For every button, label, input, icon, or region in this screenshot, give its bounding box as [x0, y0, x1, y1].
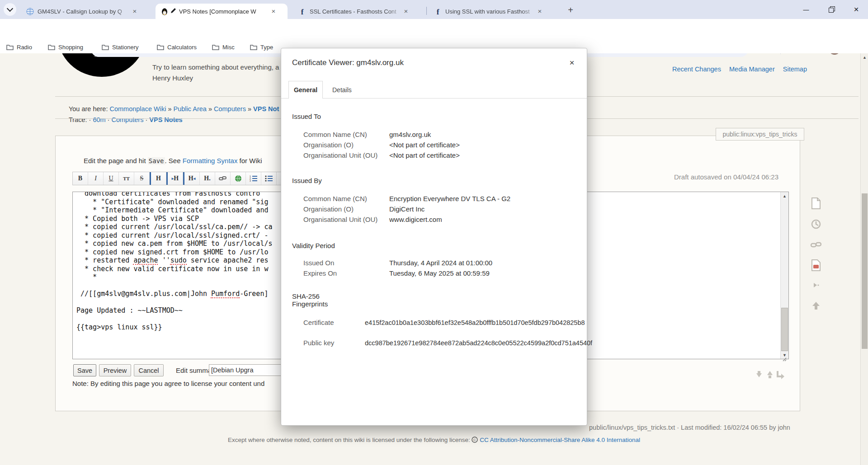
- window-maximize-button[interactable]: [820, 0, 843, 19]
- fasthosts-f-favicon: f: [298, 8, 306, 15]
- recent-changes-link[interactable]: Recent Changes: [672, 66, 721, 73]
- field-value: gm4slv.org.uk: [389, 131, 431, 138]
- editor-toolbar: B I U TT S H ▸H H◂ H. 123: [72, 172, 292, 185]
- tab-gm4slv-callsign[interactable]: GM4SLV - Callsign Lookup by Q ×: [22, 4, 153, 19]
- headline-lower-button[interactable]: ▸H: [166, 172, 183, 185]
- page-scroll-up-icon[interactable]: ▲: [861, 53, 868, 61]
- edit-intro: Edit the page and hit Save. See Formatti…: [72, 149, 262, 172]
- window-minimize-button[interactable]: —: [794, 0, 818, 19]
- skip-to-bottom-icon[interactable]: [754, 370, 764, 381]
- bookmark-folder-shopping[interactable]: Shopping: [48, 42, 83, 52]
- field-value: Thursday, 4 April 2024 at 01:00:00: [389, 259, 492, 267]
- cc-license-link[interactable]: CC Attribution-Noncommercial-Share Alike…: [480, 437, 640, 443]
- unordered-list-icon[interactable]: [261, 172, 277, 185]
- bookmark-folder-radio[interactable]: Radio: [6, 42, 32, 52]
- back-to-page-icon[interactable]: [776, 370, 786, 381]
- tab-general[interactable]: General: [288, 81, 323, 99]
- bold-button[interactable]: B: [73, 172, 88, 185]
- external-link-globe-icon[interactable]: [231, 172, 246, 185]
- headline-higher-button[interactable]: H◂: [183, 172, 200, 185]
- bookmark-folder-type[interactable]: Type: [250, 42, 273, 52]
- old-revisions-icon[interactable]: [809, 217, 823, 231]
- field-label: Organisational Unit (OU): [303, 216, 377, 223]
- field-label: Issued On: [303, 259, 334, 267]
- tab-using-ssl[interactable]: f Using SSL with various Fasthost ×: [429, 4, 559, 19]
- field-value: Encryption Everywhere DV TLS CA - G2: [389, 195, 510, 202]
- trace-link[interactable]: 60m: [93, 116, 105, 123]
- tab-details[interactable]: Details: [328, 81, 356, 99]
- field-label: Public key: [303, 339, 334, 347]
- fold-tools-icon[interactable]: [809, 278, 823, 292]
- dialog-close-icon[interactable]: ×: [566, 57, 577, 68]
- field-value: <Not part of certificate>: [389, 151, 460, 159]
- formatting-syntax-link[interactable]: Formatting Syntax: [183, 157, 238, 164]
- trace-link-current[interactable]: VPS Notes: [149, 116, 182, 123]
- tab-ssl-certificates[interactable]: f SSL Certificates - Fasthosts Cont ×: [293, 4, 424, 19]
- license-footer: Except where otherwise noted, content on…: [0, 437, 868, 444]
- svg-text:3: 3: [250, 179, 251, 182]
- globe-favicon: [26, 8, 34, 15]
- screen: Try to learn something about everything,…: [0, 0, 868, 465]
- internal-link-icon[interactable]: [215, 172, 231, 185]
- tab-close-icon[interactable]: ×: [536, 7, 544, 15]
- tab-search-button[interactable]: [4, 3, 16, 16]
- page-edited-pencil-icon: [170, 7, 176, 15]
- media-manager-link[interactable]: Media Manager: [729, 66, 775, 73]
- site-tagline: Try to learn something about everything,…: [152, 63, 279, 71]
- page-id-tooltip: public:linux:vps_tips_tricks: [716, 128, 804, 141]
- validity-heading: Validity Period: [292, 242, 335, 249]
- save-button[interactable]: Save: [73, 364, 96, 376]
- tab-underline: [281, 98, 587, 99]
- field-value: Tuesday, 6 May 2025 at 00:59:59: [389, 269, 490, 277]
- pdf-export-icon[interactable]: [809, 258, 823, 272]
- backlinks-icon[interactable]: [809, 238, 823, 252]
- trace-link[interactable]: Computers: [111, 116, 143, 123]
- tab-separator: [426, 7, 427, 15]
- sitemap-link[interactable]: Sitemap: [783, 66, 807, 73]
- back-to-top-icon[interactable]: [809, 299, 823, 313]
- tab-close-icon[interactable]: ×: [402, 7, 410, 15]
- tab-vps-notes[interactable]: VPS Notes [Commonplace W ×: [156, 4, 288, 19]
- fingerprints-heading: SHA-256 Fingerprints: [292, 292, 335, 308]
- new-tab-button[interactable]: +: [564, 4, 577, 16]
- underline-button[interactable]: U: [104, 172, 119, 185]
- page-scrollbar[interactable]: ▲: [860, 53, 868, 465]
- breadcrumb-link-current[interactable]: VPS Not: [253, 105, 279, 113]
- restore-icon: [829, 7, 834, 12]
- italic-button[interactable]: I: [88, 172, 104, 185]
- scrollbar-thumb[interactable]: [781, 308, 788, 351]
- folder-icon: [102, 44, 109, 50]
- ordered-list-icon[interactable]: 123: [246, 172, 261, 185]
- strikethrough-button[interactable]: S: [134, 172, 150, 185]
- editor-scrollbar[interactable]: ▲ ▼: [780, 192, 788, 359]
- cancel-button[interactable]: Cancel: [134, 364, 164, 376]
- svg-text:C: C: [474, 438, 476, 442]
- tab-close-icon[interactable]: ×: [269, 7, 278, 15]
- page-meta-footer: public/linux/vps_tips_tricks.txt · Last …: [589, 424, 790, 431]
- spellcheck-squiggle: [133, 263, 158, 265]
- folder-icon: [157, 44, 164, 50]
- tab-close-icon[interactable]: ×: [131, 7, 139, 15]
- issued-by-heading: Issued By: [292, 177, 322, 184]
- spellcheck-squiggle: [211, 296, 240, 298]
- certificate-fingerprint-value: e415f2ac01b0a1e303bbf61ef32e548a2b0fffb1…: [365, 318, 602, 328]
- field-label: Expires On: [303, 269, 337, 277]
- preview-button[interactable]: Preview: [99, 364, 131, 376]
- page-scrollbar-thumb[interactable]: [862, 193, 868, 349]
- window-close-button[interactable]: ×: [844, 0, 868, 19]
- tab-strip: GM4SLV - Callsign Lookup by Q × VPS Note…: [0, 0, 868, 19]
- breadcrumb-link[interactable]: Computers: [214, 105, 246, 113]
- skip-to-top-icon[interactable]: [765, 370, 775, 381]
- certificate-viewer-dialog: Certificate Viewer: gm4slv.org.uk × Gene…: [281, 48, 587, 426]
- scroll-up-icon[interactable]: ▲: [781, 192, 788, 200]
- export-page-icon[interactable]: [809, 197, 823, 210]
- headline-pick-button[interactable]: H.: [200, 172, 215, 185]
- monospace-button[interactable]: TT: [119, 172, 134, 185]
- bookmark-folder-calculators[interactable]: Calculators: [157, 42, 197, 52]
- bookmark-folder-misc[interactable]: Misc: [212, 42, 235, 52]
- headline-same-button[interactable]: H: [150, 172, 166, 185]
- bookmark-folder-stationery[interactable]: Stationery: [102, 42, 139, 52]
- resize-handle-icon[interactable]: [781, 355, 787, 363]
- license-note: Note: By editing this page you agree to …: [72, 380, 264, 387]
- save-kbd: Save: [148, 157, 165, 164]
